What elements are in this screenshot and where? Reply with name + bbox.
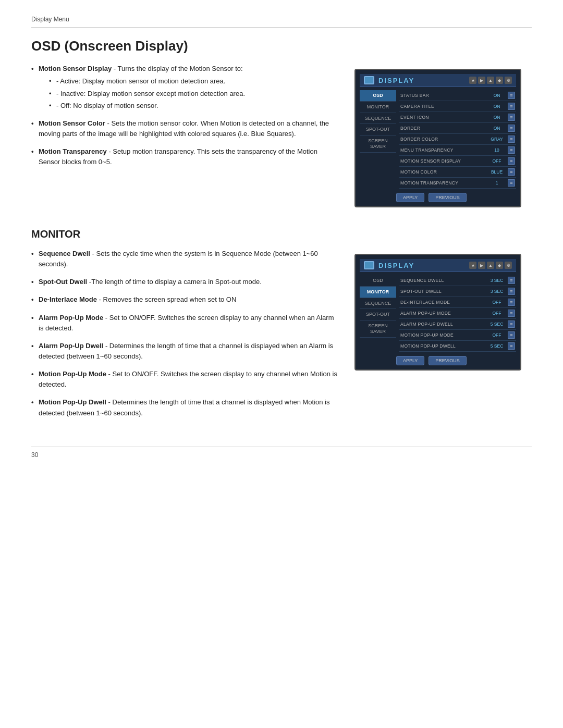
screen-body: OSD MONITOR SEQUENCE SPOT-OUT SCREEN SAV… (360, 275, 516, 352)
row-btn[interactable]: ≡ (508, 277, 515, 284)
row-value: ON (487, 93, 507, 98)
page-number: 30 (31, 451, 38, 459)
left-nav: OSD MONITOR SEQUENCE SPOT-OUT SCREEN SAV… (360, 275, 396, 352)
list-item: Motion Sensor Display - Turns the displa… (31, 64, 339, 111)
row-btn[interactable]: ≡ (508, 103, 515, 110)
row-label: DE-INTERLACE MODE (400, 300, 487, 305)
nav-sequence[interactable]: SEQUENCE (360, 298, 396, 310)
table-row: MOTION POP-UP DWELL 5 SEC ≡ (399, 341, 516, 352)
row-btn[interactable]: ≡ (508, 342, 515, 350)
row-btn[interactable]: ≡ (508, 114, 515, 121)
list-item: Alarm Pop-Up Dwell - Determines the leng… (31, 341, 339, 362)
item-label: Motion Transparency (39, 147, 107, 155)
osd-list: Motion Sensor Display - Turns the displa… (31, 64, 339, 167)
row-btn[interactable]: ≡ (508, 310, 515, 317)
icon-2: ▶ (478, 262, 485, 269)
row-label: ALARM POP-UP DWELL (400, 322, 487, 327)
breadcrumb-label: Display Menu (31, 16, 69, 23)
table-row: ALARM POP-UP MODE OFF ≡ (399, 308, 516, 319)
item-text: - Turns the display of the Motion Sensor… (114, 65, 243, 72)
icon-4: ◆ (496, 262, 503, 269)
row-btn[interactable]: ≡ (508, 157, 515, 165)
screen-footer: APPLY PREVIOUS (360, 356, 516, 365)
row-btn[interactable]: ≡ (508, 168, 515, 176)
row-label: STATUS BAR (400, 93, 487, 98)
row-label: MOTION COLOR (400, 169, 487, 175)
row-btn[interactable]: ≡ (508, 125, 515, 132)
nav-spot-out[interactable]: SPOT-OUT (360, 124, 396, 135)
list-item: - Inactive: Display motion sensor except… (49, 89, 339, 99)
list-item: Sequence Dwell - Sets the cycle time whe… (31, 249, 339, 269)
osd-content: Motion Sensor Display - Turns the displa… (31, 64, 532, 207)
left-nav: OSD MONITOR SEQUENCE SPOT-OUT SCREEN SAV… (360, 90, 396, 189)
row-label: SEQUENCE DWELL (400, 278, 487, 283)
nav-sequence[interactable]: SEQUENCE (360, 113, 396, 125)
row-value: GRAY (487, 137, 507, 142)
item-label: Spot-Out Dwell (39, 278, 87, 286)
row-value: ON (487, 104, 507, 109)
row-btn[interactable]: ≡ (508, 135, 515, 143)
previous-button-2[interactable]: PREVIOUS (429, 356, 467, 365)
icon-1: ★ (469, 77, 476, 84)
list-item: Motion Pop-Up Dwell - Determines the len… (31, 397, 339, 418)
page-container: Display Menu OSD (Onscreen Display) Moti… (0, 0, 563, 479)
osd-text-column: Motion Sensor Display - Turns the displa… (31, 64, 339, 207)
row-label: CAMERA TITLE (400, 104, 487, 109)
table-row: MENU TRANSPARENCY 10 ≡ (399, 145, 516, 156)
row-btn[interactable]: ≡ (508, 179, 515, 187)
monitor-section: MONITOR Sequence Dwell - Sets the cycle … (31, 228, 532, 426)
previous-button[interactable]: PREVIOUS (429, 193, 467, 202)
item-label: Alarm Pop-Up Mode (39, 314, 103, 322)
icon-2: ▶ (478, 77, 485, 84)
table-row: ALARM POP-UP DWELL 5 SEC ≡ (399, 319, 516, 330)
nav-screen-saver[interactable]: SCREEN SAVER (360, 135, 396, 153)
row-value: ON (487, 115, 507, 120)
monitor-list: Sequence Dwell - Sets the cycle time whe… (31, 249, 339, 418)
nav-osd[interactable]: OSD (360, 90, 396, 102)
icon-4: ◆ (496, 77, 503, 84)
monitor-title: MONITOR (31, 228, 532, 240)
right-content: SEQUENCE DWELL 3 SEC ≡ SPOT-OUT DWELL 3 … (396, 275, 516, 352)
nav-monitor[interactable]: MONITOR (360, 102, 396, 113)
apply-button[interactable]: APPLY (396, 193, 424, 202)
row-value: 10 (487, 147, 507, 153)
apply-button-2[interactable]: APPLY (396, 356, 424, 365)
table-row: MOTION POP-UP MODE OFF ≡ (399, 330, 516, 341)
list-item: Motion Sensor Color - Sets the motion se… (31, 118, 339, 139)
screen-title-bar: DISPLAY ★ ▶ ▲ ◆ ⚙ (360, 259, 516, 272)
table-row: STATUS BAR ON ≡ (399, 90, 516, 101)
row-label: BORDER COLOR (400, 137, 487, 142)
title-icons: ★ ▶ ▲ ◆ ⚙ (469, 262, 512, 269)
item-label: De-Interlace Mode (39, 295, 97, 303)
row-value: OFF (487, 300, 507, 305)
row-btn[interactable]: ≡ (508, 299, 515, 306)
table-row: SEQUENCE DWELL 3 SEC ≡ (399, 275, 516, 286)
nav-spot-out[interactable]: SPOT-OUT (360, 309, 396, 320)
list-item: - Off: No display of motion sensor. (49, 101, 339, 111)
row-label: BORDER (400, 126, 487, 131)
table-row: MOTION TRANSPARENCY 1 ≡ (399, 178, 516, 189)
monitor-content: Sequence Dwell - Sets the cycle time whe… (31, 249, 532, 426)
screen-body: OSD MONITOR SEQUENCE SPOT-OUT SCREEN SAV… (360, 90, 516, 189)
row-value: OFF (487, 158, 507, 164)
row-btn[interactable]: ≡ (508, 146, 515, 154)
row-btn[interactable]: ≡ (508, 320, 515, 328)
row-btn[interactable]: ≡ (508, 331, 515, 339)
row-label: SPOT-OUT DWELL (400, 289, 487, 294)
row-btn[interactable]: ≡ (508, 288, 515, 295)
icon-3: ▲ (487, 262, 494, 269)
nav-screen-saver[interactable]: SCREEN SAVER (360, 320, 396, 338)
row-value: OFF (487, 332, 507, 338)
table-row: EVENT ICON ON ≡ (399, 112, 516, 123)
nav-osd[interactable]: OSD (360, 275, 396, 287)
nav-monitor[interactable]: MONITOR (360, 287, 396, 298)
row-value: 5 SEC (487, 343, 507, 349)
item-label: Sequence Dwell (39, 250, 90, 257)
icon-5: ⚙ (505, 77, 512, 84)
list-item: Motion Transparency - Setup motion trans… (31, 146, 339, 167)
row-btn[interactable]: ≡ (508, 92, 515, 99)
row-value: 3 SEC (487, 289, 507, 294)
screen-footer: APPLY PREVIOUS (360, 193, 516, 202)
row-value: 1 (487, 180, 507, 186)
item-text: - Removes the screen spread when set to … (99, 295, 237, 303)
